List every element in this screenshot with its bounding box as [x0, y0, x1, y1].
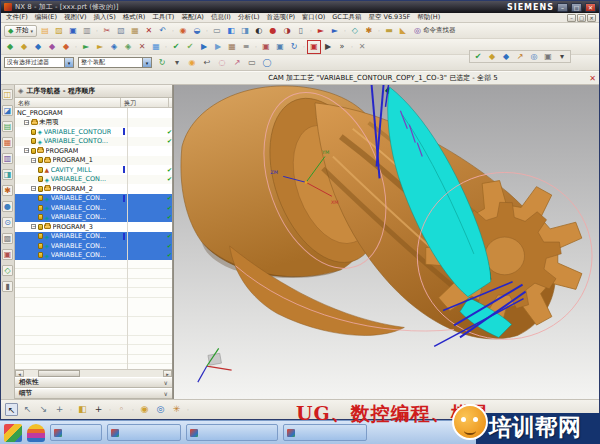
- assembly-navigator-icon[interactable]: ◫: [2, 89, 13, 100]
- roles-icon[interactable]: ◇: [2, 265, 13, 276]
- rotate-view-icon[interactable]: ►: [329, 25, 341, 37]
- menu-item[interactable]: 帮助(H): [417, 13, 440, 22]
- accept-icon[interactable]: ✔: [472, 51, 484, 63]
- taskbar-window-button[interactable]: [107, 424, 181, 441]
- dropdown-arrow-icon[interactable]: ▾: [64, 58, 73, 67]
- tree-row-variable-con[interactable]: ◈VARIABLE_CON...✔: [15, 232, 172, 242]
- snap-point-icon[interactable]: ↘: [37, 403, 50, 416]
- snapshot-icon[interactable]: ▭: [211, 25, 223, 37]
- create-operation-icon[interactable]: ◆: [60, 41, 72, 53]
- contrast-icon[interactable]: ◐: [253, 25, 265, 37]
- display-mode-icon[interactable]: ●: [267, 25, 279, 37]
- expander-icon[interactable]: −: [31, 224, 36, 229]
- create-tool-icon[interactable]: ◆: [18, 41, 30, 53]
- paste-operation-icon[interactable]: ◈: [122, 41, 134, 53]
- horizontal-scrollbar[interactable]: ◂ ▸: [15, 369, 172, 377]
- user-icon[interactable]: ◉: [138, 403, 151, 416]
- tree-row-variable-conto[interactable]: ◈VARIABLE_CONTO...✔: [15, 137, 172, 147]
- column-name[interactable]: 名称: [15, 98, 120, 107]
- scope-dropdown[interactable]: 整个装配 ▾: [78, 57, 152, 68]
- generate-toolpath-icon[interactable]: ✔: [170, 41, 182, 53]
- synchronize-icon[interactable]: ↻: [288, 41, 300, 53]
- expander-icon[interactable]: −: [24, 148, 29, 153]
- navigator-header[interactable]: ◈ 工序导航器 - 程序顺序: [15, 85, 172, 98]
- analysis-icon[interactable]: ✱: [363, 25, 375, 37]
- selection-filter-icon[interactable]: +: [53, 403, 66, 416]
- delete-icon[interactable]: ✕: [143, 25, 155, 37]
- create-method-icon[interactable]: ◆: [46, 41, 58, 53]
- menu-item[interactable]: 视图(V): [64, 13, 87, 22]
- operation-navigator-icon[interactable]: ▦: [2, 137, 13, 148]
- sphere-select-icon[interactable]: ◯: [261, 57, 273, 69]
- graphics-viewport[interactable]: YM XM ZM: [173, 85, 599, 399]
- process-studio-icon[interactable]: ◨: [2, 169, 13, 180]
- revert-icon[interactable]: ↩: [201, 57, 213, 69]
- command-finder-button[interactable]: ◎ 命令查找器: [411, 25, 458, 37]
- open-icon[interactable]: ▨: [53, 25, 65, 37]
- colorful-app2-icon[interactable]: [27, 424, 45, 442]
- tree-row-[interactable]: −未用项: [15, 118, 172, 128]
- save-icon[interactable]: ▣: [67, 25, 79, 37]
- select-arrow-icon[interactable]: ↖: [5, 403, 18, 416]
- menu-item[interactable]: 编辑(E): [35, 13, 57, 22]
- wizard-icon[interactable]: ✱: [2, 185, 13, 196]
- scrollbar-thumb[interactable]: [38, 370, 80, 377]
- measure-icon[interactable]: ◇: [349, 25, 361, 37]
- step-icon[interactable]: »: [336, 41, 348, 53]
- menu-item[interactable]: 工具(T): [152, 13, 174, 22]
- history-icon[interactable]: ▩: [2, 233, 13, 244]
- menu-down-icon[interactable]: ▾: [171, 57, 183, 69]
- new-icon[interactable]: ▤: [39, 25, 51, 37]
- copy-operation-icon[interactable]: ◈: [108, 41, 120, 53]
- tree-row-variable-con[interactable]: ◈VARIABLE_CON...✔: [15, 203, 172, 213]
- play-icon[interactable]: ▶: [322, 41, 334, 53]
- palette-icon[interactable]: ✳: [170, 403, 183, 416]
- colorful-app-icon[interactable]: [4, 424, 22, 442]
- dependencies-section[interactable]: 相依性 ∨: [15, 377, 172, 388]
- reuse-library-icon[interactable]: ●: [2, 201, 13, 212]
- machine-navigator-icon[interactable]: ▥: [2, 153, 13, 164]
- tree-row-nc-program[interactable]: NC_PROGRAM: [15, 108, 172, 118]
- layout-icon[interactable]: ▯: [295, 25, 307, 37]
- menu-item[interactable]: 文件(F): [6, 13, 28, 22]
- note-icon[interactable]: ▬: [383, 25, 395, 37]
- menu-item[interactable]: 插入(S): [94, 13, 116, 22]
- chevron-down-icon[interactable]: ∨: [164, 379, 168, 386]
- lasso-select-icon[interactable]: ◦: [115, 403, 128, 416]
- close-icon[interactable]: ✕: [585, 3, 596, 12]
- tree-row-program-3[interactable]: −PROGRAM_3: [15, 222, 172, 232]
- doc-restore-icon[interactable]: □: [577, 14, 586, 22]
- tree-row-variable-con[interactable]: ◈VARIABLE_CON...✔: [15, 194, 172, 204]
- part-navigator-icon[interactable]: ▤: [2, 121, 13, 132]
- taskbar-window-button[interactable]: [50, 424, 102, 441]
- select-scope-icon[interactable]: ↖: [21, 403, 34, 416]
- expander-icon[interactable]: −: [31, 186, 36, 191]
- doc-close-icon[interactable]: ✕: [587, 14, 596, 22]
- tree-row-cavity-mill[interactable]: ▲CAVITY_MILL✔: [15, 165, 172, 175]
- menu-item[interactable]: 首选项(P): [267, 13, 296, 22]
- cut-icon[interactable]: ✂: [101, 25, 113, 37]
- maximize-icon[interactable]: □: [571, 3, 582, 12]
- copy-icon[interactable]: ▧: [115, 25, 127, 37]
- chevron-down-icon[interactable]: ∨: [164, 390, 168, 397]
- object-display-icon[interactable]: ▦: [150, 41, 162, 53]
- machine-icon[interactable]: ▦: [226, 41, 238, 53]
- highlight-icon[interactable]: ◉: [186, 57, 198, 69]
- shaded-edges-icon[interactable]: ◨: [239, 25, 251, 37]
- options-icon[interactable]: ▣: [542, 51, 554, 63]
- start-button[interactable]: ◆ 开始 ▾: [4, 25, 37, 37]
- shop-doc-icon[interactable]: ▣: [274, 41, 286, 53]
- parallel-generate-icon[interactable]: ✔: [184, 41, 196, 53]
- tool-display-icon[interactable]: ◆: [500, 51, 512, 63]
- find-icon[interactable]: ◎: [154, 403, 167, 416]
- tree-row-program-2[interactable]: −PROGRAM_2: [15, 184, 172, 194]
- rect-select-icon[interactable]: ▭: [246, 57, 258, 69]
- shaded-icon[interactable]: ◧: [225, 25, 237, 37]
- create-program-icon[interactable]: ◆: [4, 41, 16, 53]
- expander-icon[interactable]: −: [31, 158, 36, 163]
- touch-icon[interactable]: ◉: [177, 25, 189, 37]
- create-geometry-icon[interactable]: ◆: [32, 41, 44, 53]
- library-icon[interactable]: ◆: [486, 51, 498, 63]
- gateway-icon[interactable]: ▣: [2, 249, 13, 260]
- datum-icon[interactable]: ◣: [397, 25, 409, 37]
